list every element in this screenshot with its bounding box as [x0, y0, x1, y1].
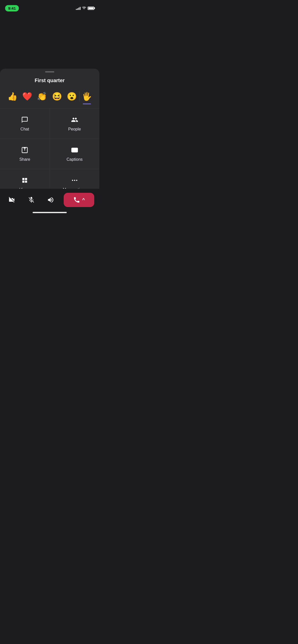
- captions-icon: CC: [71, 146, 79, 154]
- status-icons: [76, 6, 94, 10]
- more-options-icon: [71, 176, 79, 184]
- svg-point-4: [74, 180, 75, 181]
- share-button[interactable]: Share: [0, 139, 50, 169]
- svg-point-3: [72, 180, 73, 181]
- svg-point-5: [76, 180, 77, 181]
- sheet-title: First quarter: [0, 78, 99, 83]
- share-icon: [21, 146, 29, 154]
- camera-button[interactable]: [5, 193, 18, 207]
- emoji-clap[interactable]: 👏: [35, 90, 49, 103]
- chat-label: Chat: [20, 127, 29, 131]
- signal-icon: [76, 6, 80, 10]
- emoji-thumbs-up[interactable]: 👍: [5, 90, 20, 103]
- status-time: 9:41: [5, 5, 19, 11]
- battery-icon: [88, 7, 94, 10]
- views-icon: [21, 176, 29, 184]
- end-call-chevron: ^: [82, 197, 85, 203]
- emoji-wave[interactable]: 🖐️: [79, 90, 94, 103]
- captions-button[interactable]: CC Captions: [50, 139, 100, 169]
- bottom-sheet: First quarter 👍 ❤️ 👏 😆 😮 🖐️ Chat: [0, 69, 99, 193]
- share-label: Share: [19, 157, 30, 162]
- people-label: People: [68, 127, 81, 131]
- people-button[interactable]: People: [50, 109, 100, 139]
- chat-button[interactable]: Chat: [0, 109, 50, 139]
- emoji-heart[interactable]: ❤️: [20, 90, 35, 103]
- emoji-surprised[interactable]: 😮: [64, 90, 79, 103]
- microphone-button[interactable]: [25, 193, 38, 207]
- chat-icon: [21, 116, 29, 124]
- end-call-button[interactable]: ^: [64, 193, 94, 207]
- emoji-bar: 👍 ❤️ 👏 😆 😮 🖐️: [0, 90, 99, 103]
- home-indicator: [33, 212, 67, 213]
- speaker-button[interactable]: [44, 193, 57, 207]
- sheet-handle: [45, 71, 54, 72]
- emoji-laugh[interactable]: 😆: [50, 90, 64, 103]
- grid-menu: Chat People Share: [0, 108, 99, 199]
- wifi-icon: [82, 6, 86, 10]
- status-bar: 9:41: [0, 0, 99, 13]
- background: [0, 13, 99, 69]
- people-icon: [71, 116, 79, 124]
- captions-label: Captions: [66, 157, 83, 162]
- svg-text:CC: CC: [73, 150, 76, 152]
